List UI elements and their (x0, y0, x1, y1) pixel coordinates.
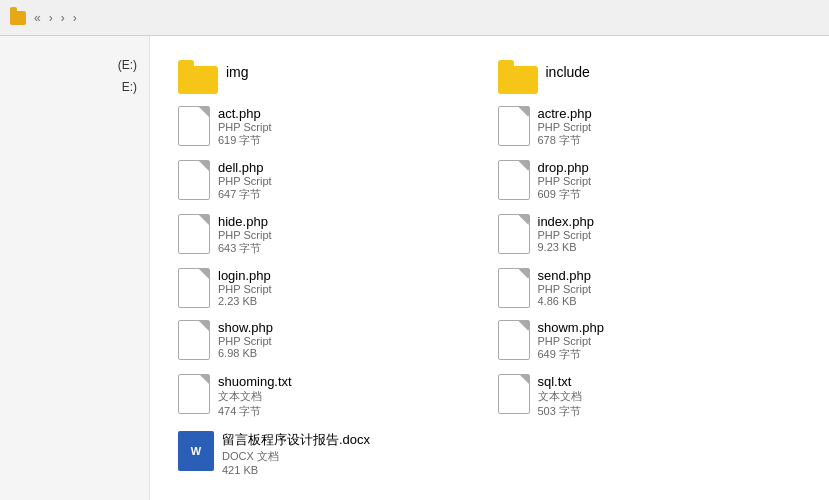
file-size: 6.98 KB (218, 347, 273, 359)
file-type: PHP Script (218, 175, 272, 187)
file-type: PHP Script (218, 283, 272, 295)
file-name: hide.php (218, 214, 272, 229)
file-size: 647 字节 (218, 187, 272, 202)
php-icon (178, 106, 210, 146)
sidebar-item-s1[interactable]: (E:) (114, 56, 141, 74)
file-type: PHP Script (538, 121, 592, 133)
file-content: img include act.php PHP Script 619 字节 ac… (150, 36, 829, 500)
folder-icon-include (498, 60, 538, 94)
file-info: shuoming.txt 文本文档 474 字节 (218, 374, 292, 419)
sidebar: (E:)E:) (0, 36, 150, 500)
file-name: sql.txt (538, 374, 582, 389)
file-item-send-php[interactable]: send.php PHP Script 4.86 KB (490, 262, 810, 314)
file-name: show.php (218, 320, 273, 335)
txt-icon (498, 374, 530, 414)
file-name: login.php (218, 268, 272, 283)
php-icon (498, 160, 530, 200)
file-name: actre.php (538, 106, 592, 121)
folder-include[interactable]: include (490, 52, 810, 100)
file-info: send.php PHP Script 4.86 KB (538, 268, 592, 307)
file-name: shuoming.txt (218, 374, 292, 389)
file-info: showm.php PHP Script 649 字节 (538, 320, 604, 362)
file-info: show.php PHP Script 6.98 KB (218, 320, 273, 359)
file-info: hide.php PHP Script 643 字节 (218, 214, 272, 256)
file-info: index.php PHP Script 9.23 KB (538, 214, 594, 253)
file-item-act-php[interactable]: act.php PHP Script 619 字节 (170, 100, 490, 154)
file-type: 文本文档 (538, 389, 582, 404)
file-type: DOCX 文档 (222, 449, 370, 464)
file-size: 643 字节 (218, 241, 272, 256)
file-item-index-php[interactable]: index.php PHP Script 9.23 KB (490, 208, 810, 262)
file-name: index.php (538, 214, 594, 229)
folder-include-label: include (546, 64, 590, 80)
file-info: drop.php PHP Script 609 字节 (538, 160, 592, 202)
file-name: act.php (218, 106, 272, 121)
file-size: 503 字节 (538, 404, 582, 419)
file-size: 678 字节 (538, 133, 592, 148)
file-info: dell.php PHP Script 647 字节 (218, 160, 272, 202)
file-type: PHP Script (538, 335, 604, 347)
sidebar-item-s2[interactable]: E:) (118, 78, 141, 96)
file-size: 474 字节 (218, 404, 292, 419)
file-item-drop-php[interactable]: drop.php PHP Script 609 字节 (490, 154, 810, 208)
php-icon (178, 214, 210, 254)
file-size: 609 字节 (538, 187, 592, 202)
file-info: sql.txt 文本文档 503 字节 (538, 374, 582, 419)
file-name: send.php (538, 268, 592, 283)
folder-icon (10, 11, 26, 25)
file-name: dell.php (218, 160, 272, 175)
file-size: 649 字节 (538, 347, 604, 362)
file-info: act.php PHP Script 619 字节 (218, 106, 272, 148)
folder-icon-img (178, 60, 218, 94)
breadcrumb: « › › › (0, 0, 829, 36)
file-type: PHP Script (218, 229, 272, 241)
file-item-showm-php[interactable]: showm.php PHP Script 649 字节 (490, 314, 810, 368)
file-size: 2.23 KB (218, 295, 272, 307)
file-item-shuoming-txt[interactable]: shuoming.txt 文本文档 474 字节 (170, 368, 490, 425)
file-item-dell-php[interactable]: dell.php PHP Script 647 字节 (170, 154, 490, 208)
file-type: PHP Script (538, 229, 594, 241)
folder-img-label: img (226, 64, 249, 80)
folder-img[interactable]: img (170, 52, 490, 100)
file-info: 留言板程序设计报告.docx DOCX 文档 421 KB (222, 431, 370, 476)
file-size: 4.86 KB (538, 295, 592, 307)
main-area: (E:)E:) img include act.php PHP Script 6… (0, 36, 829, 500)
php-icon (498, 214, 530, 254)
php-icon (178, 320, 210, 360)
php-icon (498, 268, 530, 308)
file-type: PHP Script (218, 335, 273, 347)
file-item-sql-txt[interactable]: sql.txt 文本文档 503 字节 (490, 368, 810, 425)
file-type: 文本文档 (218, 389, 292, 404)
file-name: 留言板程序设计报告.docx (222, 431, 370, 449)
file-item-login-php[interactable]: login.php PHP Script 2.23 KB (170, 262, 490, 314)
file-info: login.php PHP Script 2.23 KB (218, 268, 272, 307)
file-item-show-php[interactable]: show.php PHP Script 6.98 KB (170, 314, 490, 368)
file-item-hide-php[interactable]: hide.php PHP Script 643 字节 (170, 208, 490, 262)
file-size: 421 KB (222, 464, 370, 476)
file-item-actre-php[interactable]: actre.php PHP Script 678 字节 (490, 100, 810, 154)
file-type: PHP Script (218, 121, 272, 133)
php-icon (498, 106, 530, 146)
file-size: 9.23 KB (538, 241, 594, 253)
file-item-留言板程序设计报告-docx[interactable]: W 留言板程序设计报告.docx DOCX 文档 421 KB (170, 425, 490, 482)
file-size: 619 字节 (218, 133, 272, 148)
php-icon (178, 268, 210, 308)
txt-icon (178, 374, 210, 414)
file-type: PHP Script (538, 175, 592, 187)
file-name: showm.php (538, 320, 604, 335)
file-name: drop.php (538, 160, 592, 175)
php-icon (178, 160, 210, 200)
php-icon (498, 320, 530, 360)
docx-icon: W (178, 431, 214, 471)
file-info: actre.php PHP Script 678 字节 (538, 106, 592, 148)
file-type: PHP Script (538, 283, 592, 295)
